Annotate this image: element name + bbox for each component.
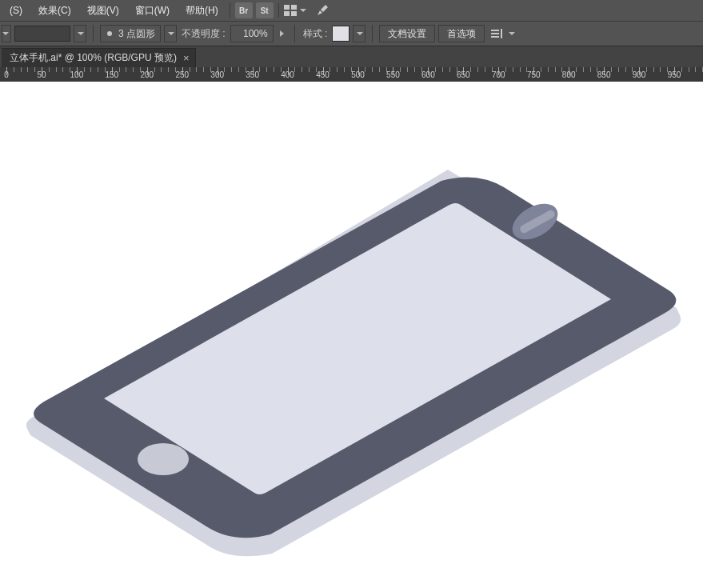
ruler-subtick (90, 67, 91, 72)
gpu-rocket-icon[interactable] (314, 3, 330, 18)
divider (230, 3, 230, 18)
ruler-label: 750 (527, 70, 541, 79)
app-menu-bar: (S) 效果(C) 视图(V) 窗口(W) 帮助(H) Br St (0, 0, 703, 21)
document-tab[interactable]: 立体手机.ai* @ 100% (RGB/GPU 预览) × (2, 48, 196, 67)
svg-rect-1 (291, 5, 297, 10)
ruler-subtick (49, 67, 50, 72)
divider (372, 25, 373, 42)
stroke-profile-dropdown[interactable] (164, 25, 177, 42)
document-setup-button[interactable]: 文档设置 (379, 25, 435, 42)
opacity-input[interactable] (236, 28, 268, 39)
ruler-label: 250 (175, 70, 189, 79)
close-icon[interactable]: × (183, 52, 190, 64)
ruler-label: 0 (4, 70, 9, 79)
ruler-label: 800 (562, 70, 576, 79)
svg-rect-0 (284, 5, 290, 10)
horizontal-ruler[interactable]: 0501001502002503003504004505005506006507… (0, 67, 703, 82)
ruler-subtick (442, 67, 443, 72)
chevron-down-icon[interactable] (300, 9, 306, 12)
ruler-label: 350 (246, 70, 259, 79)
ruler-subtick (520, 67, 521, 72)
stroke-profile-field[interactable]: 3 点圆形 (100, 25, 161, 42)
ruler-label: 500 (351, 70, 365, 79)
align-flyout-icon[interactable] (488, 25, 505, 42)
phone-home-button (138, 443, 189, 475)
ruler-label: 450 (316, 70, 330, 79)
ruler-label: 900 (633, 70, 646, 79)
ruler-subtick (618, 67, 619, 72)
ruler-subtick (590, 67, 591, 72)
ruler-subtick (309, 67, 310, 72)
ruler-subtick (689, 67, 689, 72)
ruler-subtick (477, 67, 478, 72)
ruler-subtick (555, 67, 556, 72)
chevron-down-icon[interactable] (509, 32, 515, 35)
opacity-flyout-icon[interactable] (277, 28, 288, 39)
style-label: 样式 : (302, 27, 330, 41)
ruler-label: 100 (70, 70, 84, 79)
artwork-isometric-phone (0, 82, 703, 588)
ruler-subtick (224, 67, 225, 72)
ruler-label: 650 (457, 70, 470, 79)
stock-icon[interactable]: St (256, 2, 274, 18)
brush-dot-icon (106, 30, 114, 38)
ruler-label: 200 (140, 70, 154, 79)
menu-view[interactable]: 视图(V) (79, 0, 127, 21)
ruler-subtick (611, 67, 612, 72)
svg-rect-7 (491, 36, 499, 38)
ruler-subtick (541, 67, 541, 72)
opacity-field[interactable] (230, 25, 274, 42)
menu-truncated[interactable]: (S) (2, 0, 30, 21)
stroke-dropdown[interactable] (74, 25, 86, 42)
menu-help[interactable]: 帮助(H) (178, 0, 226, 21)
ruler-label: 700 (492, 70, 505, 79)
ruler-subtick (379, 67, 380, 72)
ruler-subtick (302, 67, 302, 72)
stroke-swatch[interactable] (14, 26, 70, 42)
menu-effect[interactable]: 效果(C) (30, 0, 79, 21)
svg-rect-8 (501, 29, 502, 38)
ruler-subtick (548, 67, 549, 72)
bridge-icon[interactable]: Br (235, 2, 253, 18)
stroke-profile-value: 3 点圆形 (118, 27, 155, 41)
ruler-label: 950 (668, 70, 681, 79)
ruler-subtick (14, 67, 14, 72)
divider (93, 25, 94, 42)
ruler-subtick (62, 67, 63, 72)
preferences-button[interactable]: 首选项 (438, 25, 485, 42)
ruler-subtick (238, 67, 239, 72)
canvas-area[interactable] (0, 82, 703, 588)
ruler-subtick (231, 67, 232, 72)
document-tab-strip: 立体手机.ai* @ 100% (RGB/GPU 预览) × (0, 46, 703, 67)
menu-window[interactable]: 窗口(W) (127, 0, 178, 21)
svg-rect-3 (291, 11, 297, 16)
svg-point-4 (107, 31, 112, 36)
ruler-subtick (646, 67, 647, 72)
ruler-subtick (576, 67, 577, 72)
ruler-subtick (84, 67, 85, 72)
ruler-subtick (203, 67, 204, 72)
fill-dropdown[interactable] (2, 25, 11, 42)
ruler-subtick (294, 67, 295, 72)
svg-rect-5 (491, 30, 499, 31)
ruler-subtick (681, 67, 682, 72)
style-dropdown[interactable] (353, 25, 365, 42)
ruler-subtick (133, 67, 134, 72)
ruler-subtick (435, 67, 436, 72)
ruler-label: 550 (386, 70, 400, 79)
ruler-subtick (190, 67, 190, 72)
ruler-subtick (168, 67, 169, 72)
arrange-documents-icon[interactable] (282, 3, 298, 18)
ruler-subtick (449, 67, 450, 72)
ruler-subtick (407, 67, 408, 72)
ruler-label: 50 (37, 70, 46, 79)
document-tab-title: 立体手机.ai* @ 100% (RGB/GPU 预览) (10, 51, 177, 65)
options-bar: 3 点圆形 不透明度 : 样式 : 文档设置 首选项 (0, 21, 703, 46)
ruler-subtick (513, 67, 513, 72)
ruler-subtick (372, 67, 373, 72)
ruler-subtick (583, 67, 584, 72)
style-swatch[interactable] (332, 26, 350, 42)
opacity-label: 不透明度 : (180, 27, 227, 41)
ruler-subtick (126, 67, 126, 72)
ruler-subtick (34, 67, 35, 72)
